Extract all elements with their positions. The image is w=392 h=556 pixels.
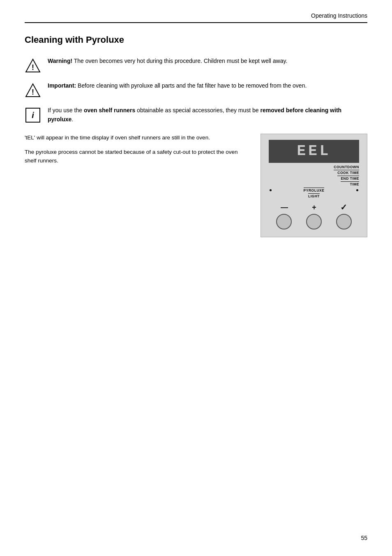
countdown-label: COUNTDOWN [334,164,359,170]
light-indicator-label: LIGHT [308,193,320,198]
warning-text-2: Important: Before cleaning with pyroluxe… [48,81,367,90]
warning-notice-1: ! Warning! The oven becomes very hot dur… [25,57,367,74]
info-notice: i If you use the oven shelf runners obta… [25,106,367,124]
info-text-column: 'tEL' will appear in the time display if… [25,134,248,237]
display-digits: EEL [297,144,331,159]
knobs-row [269,214,359,229]
indicator-row-2: LIGHT [269,193,359,198]
plus-symbol: + [312,203,316,212]
svg-text:i: i [32,111,34,120]
indicator-row: PYROLUXE [269,188,359,192]
display-screen: EEL [269,140,359,163]
right-dot [356,189,358,191]
info-paragraph-2: The pyroluxe process cannot be started b… [25,148,248,165]
knob-right[interactable] [336,214,352,229]
end-time-label: END TIME [341,176,359,182]
oven-display-diagram: EEL COUNTDOWN COOK TIME END TIME TIME PY… [261,134,367,237]
page-number: 55 [361,535,367,541]
warning-icon-2: ! [25,82,41,99]
page-title: Cleaning with Pyroluxe [25,35,367,45]
pyroluxe-indicator-label: PYROLUXE [304,188,325,192]
page-header: Operating Instructions [25,12,367,23]
info-section: 'tEL' will appear in the time display if… [25,134,367,237]
info-icon: i [25,107,41,123]
svg-text:!: ! [32,63,34,72]
display-labels-right: COUNTDOWN COOK TIME END TIME TIME [334,164,359,187]
warning-notice-2: ! Important: Before cleaning with pyrolu… [25,81,367,99]
svg-text:!: ! [32,88,34,96]
info-text: If you use the oven shelf runners obtain… [48,106,367,124]
cook-time-label: COOK TIME [337,170,359,176]
pyroluxe-dot [270,189,272,191]
knob-left[interactable] [276,214,292,229]
controls-row: — + ✓ [269,202,359,212]
knob-center[interactable] [306,214,322,229]
minus-symbol: — [281,203,288,212]
header-title: Operating Instructions [311,12,367,19]
display-labels-row: COUNTDOWN COOK TIME END TIME TIME [269,164,359,187]
info-paragraph-1: 'tEL' will appear in the time display if… [25,134,248,142]
check-symbol: ✓ [340,202,347,212]
warning-icon-1: ! [25,58,41,74]
warning-text-1: Warning! The oven becomes very hot durin… [48,57,367,66]
time-label: TIME [350,182,359,187]
page-container: Operating Instructions Cleaning with Pyr… [0,0,392,556]
